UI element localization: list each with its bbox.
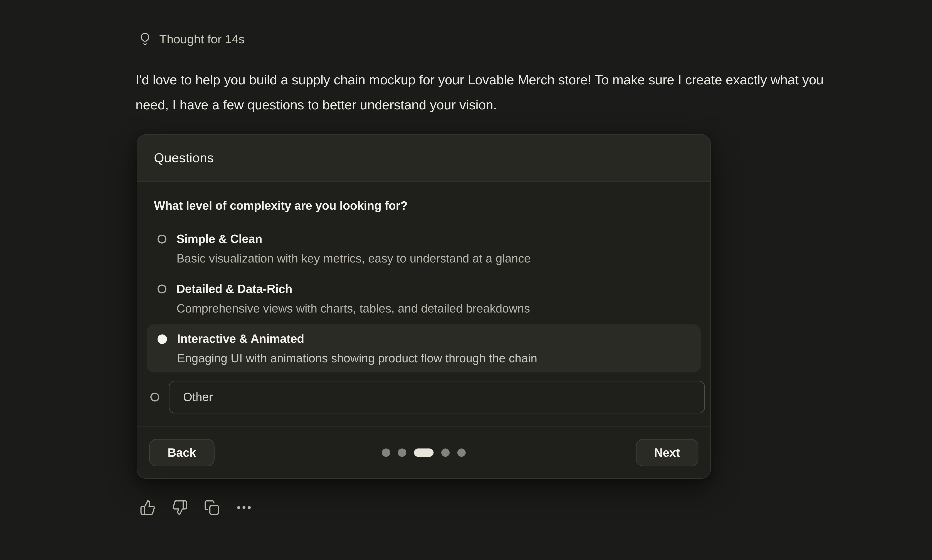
questions-card-header: Questions bbox=[137, 135, 710, 182]
pagination-dot[interactable] bbox=[458, 448, 466, 457]
radio-unselected-icon[interactable] bbox=[157, 285, 166, 293]
thumbs-down-icon bbox=[172, 500, 188, 515]
other-option-input[interactable] bbox=[169, 381, 705, 414]
questions-card-body: What level of complexity are you looking… bbox=[137, 182, 710, 426]
more-options-icon bbox=[236, 500, 252, 515]
next-button[interactable]: Next bbox=[636, 439, 698, 466]
more-options-button[interactable] bbox=[236, 500, 252, 515]
thinking-label: Thought for 14s bbox=[159, 32, 245, 46]
thinking-header[interactable]: Thought for 14s bbox=[139, 32, 245, 47]
option-other[interactable] bbox=[140, 381, 708, 414]
radio-unselected-icon[interactable] bbox=[157, 235, 166, 243]
thumbs-up-icon bbox=[140, 500, 156, 515]
option-simple-clean[interactable]: Simple & Clean Basic visualization with … bbox=[147, 225, 701, 272]
option-interactive-animated[interactable]: Interactive & Animated Engaging UI with … bbox=[147, 324, 701, 372]
questions-card-footer: Back Next bbox=[137, 426, 710, 478]
option-description: Basic visualization with key metrics, ea… bbox=[177, 250, 530, 267]
back-button[interactable]: Back bbox=[149, 439, 214, 466]
card-title: Questions bbox=[154, 150, 214, 166]
pagination-dot[interactable] bbox=[398, 448, 406, 457]
option-label: Interactive & Animated bbox=[177, 330, 537, 347]
lightbulb-icon bbox=[139, 32, 151, 47]
copy-button[interactable] bbox=[204, 500, 220, 515]
option-label: Detailed & Data-Rich bbox=[177, 280, 530, 297]
questions-card: Questions What level of complexity are y… bbox=[137, 134, 711, 478]
pagination-dot-active[interactable] bbox=[414, 448, 433, 457]
radio-unselected-icon[interactable] bbox=[150, 392, 159, 402]
thumbs-down-button[interactable] bbox=[172, 500, 188, 515]
thumbs-up-button[interactable] bbox=[140, 500, 156, 515]
copy-icon bbox=[204, 500, 220, 515]
option-description: Engaging UI with animations showing prod… bbox=[177, 350, 537, 366]
option-detailed-data-rich[interactable]: Detailed & Data-Rich Comprehensive views… bbox=[147, 274, 701, 323]
pagination-dot[interactable] bbox=[382, 448, 390, 457]
option-description: Comprehensive views with charts, tables,… bbox=[177, 300, 530, 317]
chat-page: Thought for 14s I'd love to help you bui… bbox=[0, 0, 932, 560]
question-text: What level of complexity are you looking… bbox=[154, 198, 693, 213]
message-actions bbox=[140, 500, 252, 515]
options-list: Simple & Clean Basic visualization with … bbox=[147, 225, 701, 414]
assistant-message: I'd love to help you build a supply chai… bbox=[136, 68, 831, 117]
option-label: Simple & Clean bbox=[177, 231, 530, 247]
pagination-dots bbox=[382, 448, 466, 457]
pagination-dot[interactable] bbox=[441, 448, 450, 457]
radio-selected-icon[interactable] bbox=[157, 334, 167, 344]
